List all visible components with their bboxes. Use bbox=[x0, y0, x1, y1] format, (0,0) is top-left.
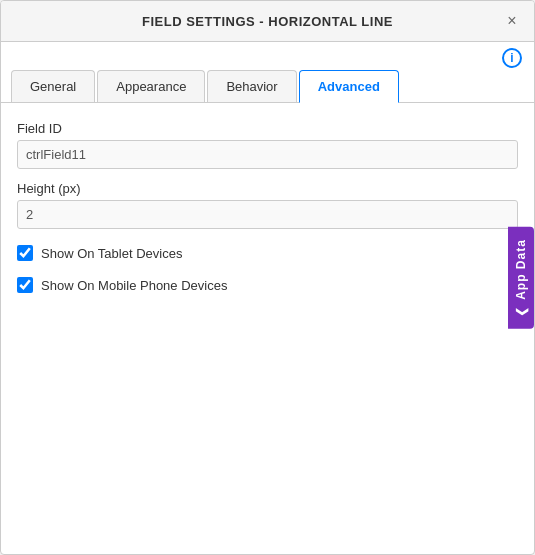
show-mobile-checkbox[interactable] bbox=[17, 277, 33, 293]
show-tablet-label[interactable]: Show On Tablet Devices bbox=[41, 246, 182, 261]
tab-appearance[interactable]: Appearance bbox=[97, 70, 205, 102]
field-id-group: Field ID bbox=[17, 121, 518, 169]
dialog-title: FIELD SETTINGS - HORIZONTAL LINE bbox=[33, 14, 502, 29]
info-icon[interactable]: i bbox=[502, 48, 522, 68]
show-mobile-label[interactable]: Show On Mobile Phone Devices bbox=[41, 278, 227, 293]
tab-general[interactable]: General bbox=[11, 70, 95, 102]
dialog: FIELD SETTINGS - HORIZONTAL LINE × i Gen… bbox=[0, 0, 535, 555]
field-id-label: Field ID bbox=[17, 121, 518, 136]
height-label: Height (px) bbox=[17, 181, 518, 196]
close-button[interactable]: × bbox=[502, 11, 522, 31]
tab-content: Field ID Height (px) Show On Tablet Devi… bbox=[1, 103, 534, 554]
tab-behavior[interactable]: Behavior bbox=[207, 70, 296, 102]
tabs-bar: General Appearance Behavior Advanced bbox=[1, 70, 534, 103]
info-area: i bbox=[1, 42, 534, 70]
height-input[interactable] bbox=[17, 200, 518, 229]
field-id-input[interactable] bbox=[17, 140, 518, 169]
height-group: Height (px) bbox=[17, 181, 518, 229]
tab-advanced[interactable]: Advanced bbox=[299, 70, 399, 103]
show-tablet-row: Show On Tablet Devices bbox=[17, 245, 518, 261]
title-bar: FIELD SETTINGS - HORIZONTAL LINE × bbox=[1, 1, 534, 42]
show-mobile-row: Show On Mobile Phone Devices bbox=[17, 277, 518, 293]
app-data-label: App Data bbox=[514, 239, 528, 300]
show-tablet-checkbox[interactable] bbox=[17, 245, 33, 261]
app-data-tab[interactable]: ❮ App Data bbox=[508, 227, 534, 329]
app-data-chevron: ❮ bbox=[514, 305, 528, 316]
